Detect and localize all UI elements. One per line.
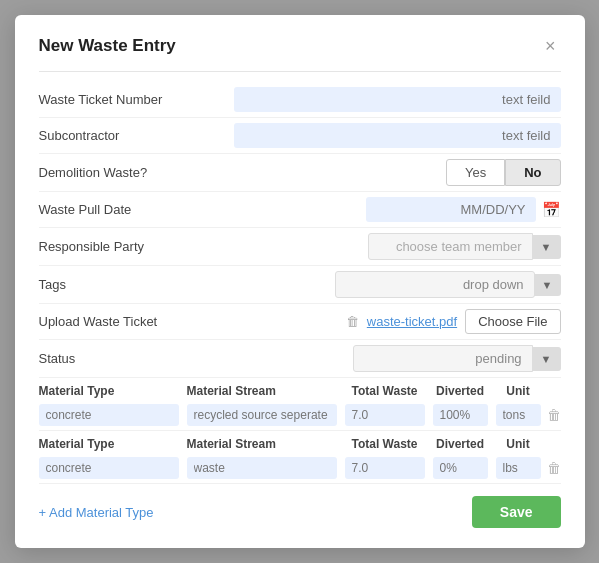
upload-ticket-row: Upload Waste Ticket 🗑 waste-ticket.pdf C… xyxy=(39,304,561,340)
material-header-row-2: Material Type Material Stream Total Wast… xyxy=(39,431,561,453)
tags-control: drop down ▼ xyxy=(234,271,561,298)
total-waste-input-1[interactable] xyxy=(345,404,425,426)
material-stream-header-2: Material Stream xyxy=(187,437,337,451)
diverted-cell-2 xyxy=(433,457,488,479)
header-divider xyxy=(39,71,561,72)
footer-row: + Add Material Type Save xyxy=(39,496,561,528)
unit-input-2[interactable] xyxy=(496,457,541,479)
tags-select[interactable]: drop down xyxy=(335,271,535,298)
unit-cell-1 xyxy=(496,404,541,426)
calendar-icon[interactable]: 📅 xyxy=(542,201,561,219)
status-row: Status pending ▼ xyxy=(39,340,561,378)
unit-cell-2 xyxy=(496,457,541,479)
status-dropdown-arrow[interactable]: ▼ xyxy=(533,347,561,371)
diverted-input-2[interactable] xyxy=(433,457,488,479)
waste-ticket-row: Waste Ticket Number xyxy=(39,82,561,118)
subcontractor-control xyxy=(234,123,561,148)
total-waste-cell-2 xyxy=(345,457,425,479)
material-type-header: Material Type xyxy=(39,384,179,398)
modal-overlay: New Waste Entry × Waste Ticket Number Su… xyxy=(0,0,599,563)
status-dropdown-wrapper: pending ▼ xyxy=(234,345,561,372)
tags-row: Tags drop down ▼ xyxy=(39,266,561,304)
material-stream-cell-2 xyxy=(187,457,337,479)
upload-ticket-control: 🗑 waste-ticket.pdf Choose File xyxy=(234,309,561,334)
total-waste-input-2[interactable] xyxy=(345,457,425,479)
tags-dropdown-arrow[interactable]: ▼ xyxy=(534,274,561,296)
close-button[interactable]: × xyxy=(540,35,561,57)
diverted-header: Diverted xyxy=(433,384,488,398)
subcontractor-row: Subcontractor xyxy=(39,118,561,154)
waste-ticket-label: Waste Ticket Number xyxy=(39,92,234,107)
material-row-1: 🗑 xyxy=(39,400,561,431)
save-button[interactable]: Save xyxy=(472,496,561,528)
material-stream-header: Material Stream xyxy=(187,384,337,398)
waste-pull-date-row: Waste Pull Date 📅 xyxy=(39,192,561,228)
waste-ticket-input[interactable] xyxy=(234,87,561,112)
yes-button[interactable]: Yes xyxy=(446,159,505,186)
upload-file-link[interactable]: waste-ticket.pdf xyxy=(367,314,457,329)
add-material-link[interactable]: + Add Material Type xyxy=(39,505,154,520)
unit-header-2: Unit xyxy=(496,437,541,451)
waste-ticket-control xyxy=(234,87,561,112)
tags-label: Tags xyxy=(39,277,234,292)
no-button[interactable]: No xyxy=(505,159,560,186)
remove-file-icon[interactable]: 🗑 xyxy=(346,314,359,329)
waste-pull-date-control: 📅 xyxy=(234,197,561,222)
diverted-cell-1 xyxy=(433,404,488,426)
demolition-waste-control: Yes No xyxy=(234,159,561,186)
responsible-party-row: Responsible Party choose team member ▼ xyxy=(39,228,561,266)
material-type-input-1[interactable] xyxy=(39,404,179,426)
responsible-party-select[interactable]: choose team member xyxy=(368,233,533,260)
total-waste-header: Total Waste xyxy=(345,384,425,398)
total-waste-header-2: Total Waste xyxy=(345,437,425,451)
material-type-header-2: Material Type xyxy=(39,437,179,451)
modal: New Waste Entry × Waste Ticket Number Su… xyxy=(15,15,585,548)
waste-pull-date-label: Waste Pull Date xyxy=(39,202,234,217)
demolition-waste-label: Demolition Waste? xyxy=(39,165,234,180)
material-row-2: 🗑 xyxy=(39,453,561,484)
material-stream-input-1[interactable] xyxy=(187,404,337,426)
subcontractor-input[interactable] xyxy=(234,123,561,148)
choose-dropdown-wrapper: choose team member ▼ xyxy=(234,233,561,260)
material-type-input-2[interactable] xyxy=(39,457,179,479)
unit-header: Unit xyxy=(496,384,541,398)
responsible-party-control: choose team member ▼ xyxy=(234,233,561,260)
material-stream-cell-1 xyxy=(187,404,337,426)
date-input[interactable] xyxy=(366,197,536,222)
responsible-party-arrow[interactable]: ▼ xyxy=(533,235,561,259)
choose-file-button[interactable]: Choose File xyxy=(465,309,560,334)
material-stream-input-2[interactable] xyxy=(187,457,337,479)
date-input-wrapper: 📅 xyxy=(234,197,561,222)
demolition-waste-row: Demolition Waste? Yes No xyxy=(39,154,561,192)
material-type-cell-1 xyxy=(39,404,179,426)
material-type-cell-2 xyxy=(39,457,179,479)
modal-title: New Waste Entry xyxy=(39,36,176,56)
diverted-input-1[interactable] xyxy=(433,404,488,426)
status-control: pending ▼ xyxy=(234,345,561,372)
delete-row-1[interactable]: 🗑 xyxy=(545,407,563,423)
diverted-header-2: Diverted xyxy=(433,437,488,451)
unit-input-1[interactable] xyxy=(496,404,541,426)
status-select[interactable]: pending xyxy=(353,345,533,372)
modal-header: New Waste Entry × xyxy=(39,35,561,57)
responsible-party-label: Responsible Party xyxy=(39,239,234,254)
status-label: Status xyxy=(39,351,234,366)
upload-ticket-label: Upload Waste Ticket xyxy=(39,314,234,329)
delete-row-2[interactable]: 🗑 xyxy=(545,460,563,476)
total-waste-cell-1 xyxy=(345,404,425,426)
yes-no-group: Yes No xyxy=(446,159,561,186)
upload-row: 🗑 waste-ticket.pdf Choose File xyxy=(234,309,561,334)
tags-dropdown-wrapper: drop down ▼ xyxy=(234,271,561,298)
material-header-row-1: Material Type Material Stream Total Wast… xyxy=(39,378,561,400)
subcontractor-label: Subcontractor xyxy=(39,128,234,143)
